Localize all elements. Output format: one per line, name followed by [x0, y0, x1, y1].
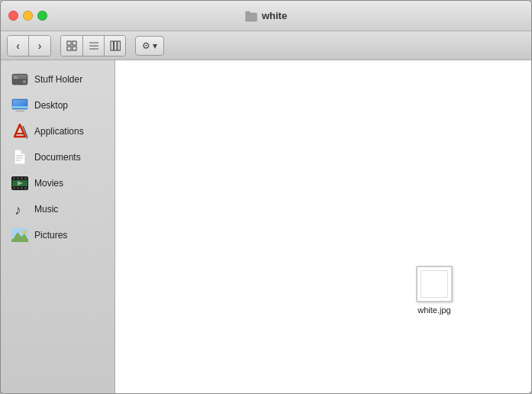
view-buttons: [60, 35, 126, 57]
maximize-button[interactable]: [37, 11, 47, 21]
gear-icon: ⚙: [142, 40, 150, 51]
svg-rect-5: [73, 47, 76, 50]
documents-icon: [11, 149, 28, 166]
sidebar-item-pictures[interactable]: Pictures: [4, 223, 111, 247]
svg-rect-34: [13, 187, 15, 189]
folder-icon: [245, 10, 257, 22]
file-icon: [416, 266, 453, 302]
traffic-lights: [8, 11, 47, 21]
svg-rect-20: [18, 109, 22, 111]
svg-text:♪: ♪: [15, 202, 21, 217]
svg-rect-37: [24, 187, 27, 189]
close-button[interactable]: [8, 11, 18, 21]
file-label: white.jpg: [418, 305, 450, 315]
minimize-button[interactable]: [23, 11, 33, 21]
nav-buttons: ‹ ›: [7, 35, 51, 57]
svg-rect-16: [14, 78, 18, 79]
sidebar-item-stuff-holder[interactable]: Stuff Holder: [4, 67, 111, 92]
finder-window: white ‹ ›: [0, 0, 532, 394]
list-view-icon: [89, 40, 99, 51]
columns-view-icon: [110, 40, 121, 51]
svg-point-47: [23, 231, 27, 234]
sidebar-label-stuff-holder: Stuff Holder: [34, 74, 82, 85]
svg-rect-33: [24, 177, 27, 179]
svg-rect-43: [11, 239, 28, 242]
sidebar-label-desktop: Desktop: [34, 100, 68, 111]
svg-rect-36: [21, 187, 23, 189]
window-title-area: white: [245, 10, 287, 22]
sidebar-label-music: Music: [34, 204, 58, 215]
action-chevron: ▾: [153, 40, 157, 51]
svg-rect-9: [111, 41, 114, 50]
window-title: white: [262, 10, 287, 21]
svg-rect-18: [13, 100, 27, 107]
music-icon: ♪: [11, 201, 28, 218]
svg-rect-32: [21, 177, 23, 179]
svg-rect-1: [245, 11, 250, 14]
sidebar-label-movies: Movies: [34, 178, 63, 189]
sidebar-item-desktop[interactable]: Desktop: [4, 93, 111, 118]
jpg-preview: [416, 266, 453, 302]
movies-icon: [11, 175, 28, 192]
action-button[interactable]: ⚙ ▾: [135, 36, 164, 56]
svg-rect-15: [14, 76, 17, 77]
hd-icon: [11, 71, 28, 88]
svg-rect-35: [17, 187, 19, 189]
grid-view-icon: [66, 40, 77, 51]
view-icon-button[interactable]: [61, 36, 82, 56]
svg-rect-21: [15, 111, 24, 112]
desktop-icon: [11, 97, 28, 114]
svg-rect-0: [245, 13, 256, 21]
svg-rect-19: [12, 106, 27, 108]
svg-rect-10: [114, 41, 117, 50]
file-item-white-jpg[interactable]: white.jpg: [413, 263, 456, 318]
pictures-icon: [11, 227, 28, 244]
forward-button[interactable]: ›: [29, 36, 50, 56]
titlebar: white: [1, 1, 531, 31]
content-area[interactable]: white.jpg: [115, 60, 531, 393]
sidebar-label-documents: Documents: [34, 152, 81, 163]
sidebar-item-applications[interactable]: Applications: [4, 119, 111, 144]
svg-rect-3: [73, 41, 76, 45]
main-area: Stuff Holder: [1, 60, 531, 393]
back-button[interactable]: ‹: [8, 36, 29, 56]
svg-rect-4: [67, 47, 71, 50]
view-columns-button[interactable]: [104, 36, 125, 56]
applications-icon: [11, 123, 28, 140]
svg-rect-30: [13, 177, 15, 179]
sidebar-label-pictures: Pictures: [34, 230, 67, 241]
view-list-button[interactable]: [82, 36, 104, 56]
svg-point-14: [23, 80, 27, 84]
sidebar-item-documents[interactable]: Documents: [4, 145, 111, 170]
svg-rect-31: [17, 177, 19, 179]
toolbar: ‹ ›: [1, 31, 531, 60]
sidebar-item-music[interactable]: ♪ Music: [4, 197, 111, 221]
sidebar: Stuff Holder: [1, 60, 115, 393]
svg-rect-2: [67, 41, 71, 45]
sidebar-item-movies[interactable]: Movies: [4, 171, 111, 195]
sidebar-label-applications: Applications: [34, 126, 84, 137]
svg-rect-11: [118, 41, 121, 50]
jpg-preview-inner: [421, 270, 448, 298]
